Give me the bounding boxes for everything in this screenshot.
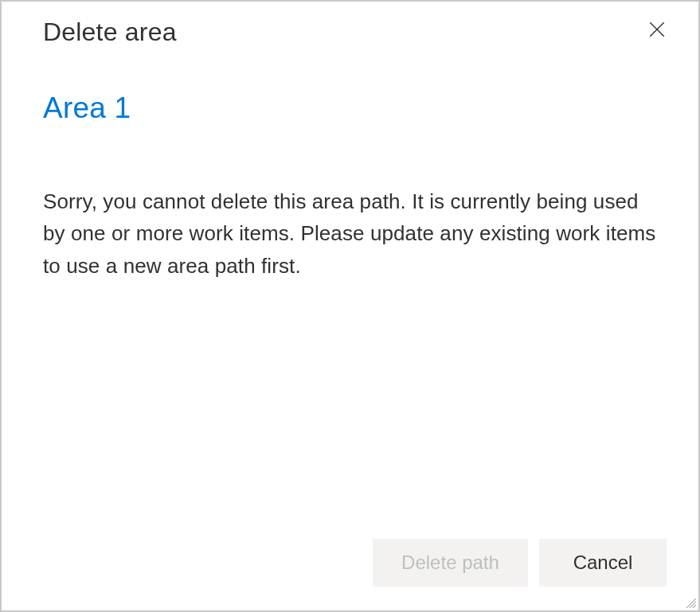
dialog-button-row: Delete path Cancel [373,539,667,587]
area-name: Area 1 [43,92,657,125]
dialog-title: Delete area [43,18,177,47]
svg-line-4 [693,605,696,608]
dialog-message: Sorry, you cannot delete this area path.… [43,185,656,282]
svg-line-3 [690,602,696,608]
close-icon [649,21,665,40]
close-button[interactable] [644,18,670,43]
delete-path-button[interactable]: Delete path [373,539,528,587]
cancel-button[interactable]: Cancel [539,539,667,587]
svg-line-2 [686,598,696,608]
delete-area-dialog: Delete area Area 1 Sorry, you cannot del… [2,2,698,610]
resize-grip-icon [683,595,696,608]
dialog-header: Delete area [43,18,657,47]
